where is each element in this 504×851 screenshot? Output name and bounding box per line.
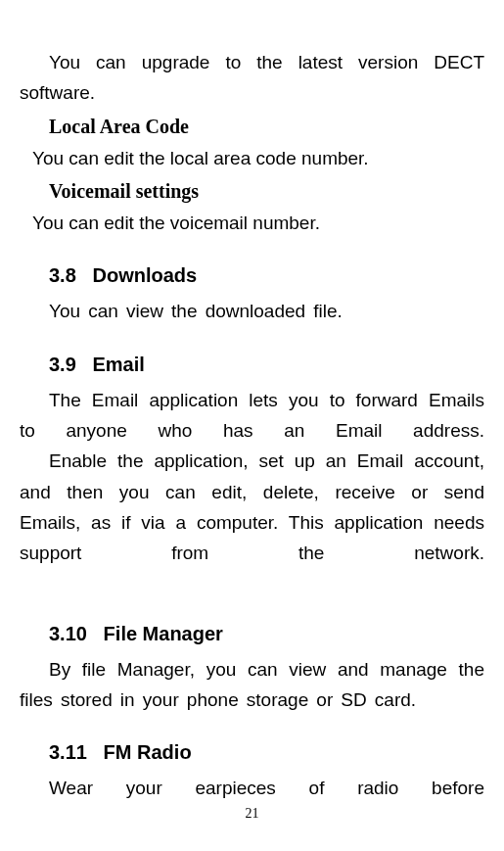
section-title: FM Radio [104,741,192,763]
local-area-code-body: You can edit the local area code number. [20,143,484,173]
section-title: Email [92,354,144,375]
page-content: You can upgrade to the latest version DE… [20,47,484,804]
section-fmradio-body: Wear your earpieces of radio before [20,773,484,803]
spacer [20,569,484,596]
local-area-code-heading: Local Area Code [20,111,484,143]
section-filemanager-body: By file Manager, you can view and manage… [20,654,484,716]
section-title: File Manager [104,623,223,644]
intro-paragraph: You can upgrade to the latest version DE… [20,47,484,109]
section-number: 3.11 [49,741,87,763]
section-number: 3.10 [49,623,87,644]
section-title: Downloads [92,264,197,286]
section-downloads-body: You can view the downloaded file. [20,296,484,326]
voicemail-heading: Voicemail settings [20,175,484,208]
section-email-p1: The Email application lets you to forwar… [20,385,484,447]
voicemail-body: You can edit the voicemail number. [20,208,484,238]
page-number: 21 [0,806,504,822]
section-filemanager-heading: 3.10 File Manager [20,618,484,650]
section-number: 3.8 [49,264,76,286]
section-email-heading: 3.9 Email [20,349,484,381]
section-downloads-heading: 3.8 Downloads [20,260,484,292]
section-fmradio-heading: 3.11 FM Radio [20,736,484,769]
section-number: 3.9 [49,354,76,375]
section-email-p2: Enable the application, set up an Email … [20,446,484,568]
